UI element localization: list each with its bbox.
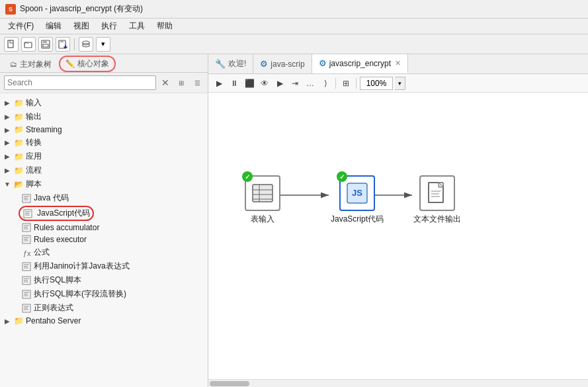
editor-toolbar-sep2 xyxy=(356,78,357,89)
tree-item-streaming-label: Streaming xyxy=(26,125,205,134)
expand-streaming[interactable]: ▶ xyxy=(3,125,12,134)
tree-item-transform[interactable]: ▶ 📁 转换 xyxy=(0,136,208,150)
tab-welcome-label: 欢迎! xyxy=(228,58,246,69)
canvas-area[interactable]: ✓ 表输入 ✓ JS xyxy=(208,93,588,379)
encrypt-tab-icon: ⚙ xyxy=(319,58,327,68)
debug-extra-button[interactable]: ⟩ xyxy=(319,77,332,90)
flow-svg xyxy=(208,93,588,379)
zoom-dropdown[interactable]: ▾ xyxy=(395,77,405,90)
scroll-thumb[interactable] xyxy=(210,381,249,386)
tree-item-script[interactable]: ▼ 📂 脚本 xyxy=(0,177,208,191)
tree-child-java-code[interactable]: Java 代码 xyxy=(19,191,208,205)
tree-item-apply-label: 应用 xyxy=(26,151,205,162)
tab-javascrip-encrypt[interactable]: ⚙ javascrip_encrypt ✕ xyxy=(312,54,408,73)
main-objects-icon: 🗂 xyxy=(10,60,17,68)
folder-apply-icon: 📁 xyxy=(13,152,24,161)
folder-output-icon: 📁 xyxy=(13,112,24,122)
expand-script[interactable]: ▼ xyxy=(3,180,12,189)
tree-item-output[interactable]: ▶ 📁 输出 xyxy=(0,110,208,124)
new-button[interactable] xyxy=(4,37,19,52)
save-button[interactable] xyxy=(38,37,53,52)
menu-run[interactable]: 执行 xyxy=(96,19,122,33)
tab-close-button[interactable]: ✕ xyxy=(395,59,401,67)
menu-bar: 文件(F) 编辑 视图 执行 工具 帮助 xyxy=(0,19,588,34)
dropdown-button[interactable]: ▾ xyxy=(96,37,110,52)
tree-child-exec-sql[interactable]: 执行SQL脚本 xyxy=(19,273,208,287)
expand-input[interactable]: ▶ xyxy=(3,99,12,108)
toolbar-separator-1 xyxy=(74,38,75,50)
svg-rect-0 xyxy=(8,40,13,48)
search-input[interactable] xyxy=(4,75,156,90)
node-table-input[interactable]: ✓ 表输入 xyxy=(245,175,280,225)
janino-icon xyxy=(21,262,32,271)
tree-item-apply[interactable]: ▶ 📁 应用 xyxy=(0,150,208,163)
tree-item-input-label: 输入 xyxy=(26,97,205,108)
left-panel: 🗂 主对象树 ✏️ 核心对象 ✕ ⊞ ☰ ▶ 📁 输入 xyxy=(0,54,208,387)
node-text-output[interactable]: 文本文件输出 xyxy=(413,175,461,225)
folder-streaming-icon: 📁 xyxy=(13,125,24,134)
open-button[interactable] xyxy=(21,37,36,52)
menu-view[interactable]: 视图 xyxy=(68,19,95,33)
rules-acc-icon xyxy=(21,223,32,232)
preview-button[interactable]: 👁 xyxy=(258,77,271,90)
tree-item-output-label: 输出 xyxy=(26,111,205,122)
tree-child-rules-accumulator[interactable]: Rules accumulator xyxy=(19,222,208,234)
java-scrip-tab-icon: ⚙ xyxy=(260,59,268,69)
rules-exec-label: Rules executor xyxy=(34,235,87,244)
fit-page-button[interactable]: ⊞ xyxy=(339,77,353,90)
tree-child-janino[interactable]: 利用Janino计算Java表达式 xyxy=(19,259,208,273)
search-filter-button[interactable]: ☰ xyxy=(190,76,204,89)
zoom-input[interactable] xyxy=(360,77,393,90)
menu-file[interactable]: 文件(F) xyxy=(3,19,39,33)
javascript-highlight: JavaScript代码 xyxy=(19,206,94,221)
exec-sql-stream-icon xyxy=(21,290,32,299)
tree-item-streaming[interactable]: ▶ 📁 Streaming xyxy=(0,124,208,136)
save-as-button[interactable] xyxy=(56,37,70,52)
expand-flow[interactable]: ▶ xyxy=(3,166,12,175)
debug-more-button[interactable]: … xyxy=(304,77,317,90)
tree-child-javascript-code[interactable]: JavaScript代码 xyxy=(19,205,208,222)
folder-script-icon: 📂 xyxy=(13,180,24,189)
run-button[interactable]: ▶ xyxy=(212,77,226,90)
main-container: 🗂 主对象树 ✏️ 核心对象 ✕ ⊞ ☰ ▶ 📁 输入 xyxy=(0,54,588,387)
tab-java-scrip[interactable]: ⚙ java-scrip xyxy=(253,54,312,73)
tree-child-rules-executor[interactable]: Rules executor xyxy=(19,234,208,245)
search-clear-button[interactable]: ✕ xyxy=(159,76,172,89)
menu-tools[interactable]: 工具 xyxy=(124,19,150,33)
tree-item-input[interactable]: ▶ 📁 输入 xyxy=(0,96,208,110)
tree-child-exec-sql-stream[interactable]: 执行SQL脚本(字段流替换) xyxy=(19,287,208,301)
node-js-code[interactable]: ✓ JS JavaScript代码 xyxy=(331,175,384,225)
tree-child-formula[interactable]: ƒx 公式 xyxy=(19,245,208,259)
tab-core-objects[interactable]: ✏️ 核心对象 xyxy=(59,56,116,72)
layers-button[interactable] xyxy=(79,37,93,52)
node-box-text-output xyxy=(419,175,455,211)
tree-child-regex[interactable]: 正则表达式 xyxy=(19,301,208,315)
expand-apply[interactable]: ▶ xyxy=(3,152,12,161)
exec-sql-stream-label: 执行SQL脚本(字段流替换) xyxy=(34,288,126,300)
tree-item-flow[interactable]: ▶ 📁 流程 xyxy=(0,163,208,177)
core-objects-icon: ✏️ xyxy=(65,60,75,68)
canvas-scrollbar[interactable] xyxy=(208,379,588,387)
editor-tabs: 🔧 欢迎! ⚙ java-scrip ⚙ javascrip_encrypt ✕ xyxy=(208,54,588,74)
menu-edit[interactable]: 编辑 xyxy=(40,19,67,33)
tab-welcome[interactable]: 🔧 欢迎! xyxy=(208,54,253,73)
stop-button[interactable]: ⬛ xyxy=(243,77,256,90)
pause-button[interactable]: ⏸ xyxy=(228,77,241,90)
menu-help[interactable]: 帮助 xyxy=(151,19,178,33)
exec-sql-icon xyxy=(21,276,32,285)
node-label-table-input: 表输入 xyxy=(251,214,274,225)
folder-pentaho-icon: 📁 xyxy=(13,316,24,325)
debug-step-button[interactable]: ⇥ xyxy=(288,77,302,90)
tab-main-objects[interactable]: 🗂 主对象树 xyxy=(3,56,59,72)
tree-item-pentaho[interactable]: ▶ 📁 Pentaho Server xyxy=(0,315,208,327)
debug-run-button[interactable]: ▶ xyxy=(273,77,286,90)
javascript-code-label: JavaScript代码 xyxy=(37,208,90,219)
js-code-icon xyxy=(22,209,33,218)
expand-pentaho[interactable]: ▶ xyxy=(3,316,12,325)
search-options-button[interactable]: ⊞ xyxy=(175,76,188,89)
expand-output[interactable]: ▶ xyxy=(3,112,12,122)
window-title: Spoon - javascrip_encrypt (有变动) xyxy=(20,3,143,15)
expand-transform[interactable]: ▶ xyxy=(3,138,12,148)
regex-icon xyxy=(21,304,32,313)
tree-item-transform-label: 转换 xyxy=(26,137,205,148)
